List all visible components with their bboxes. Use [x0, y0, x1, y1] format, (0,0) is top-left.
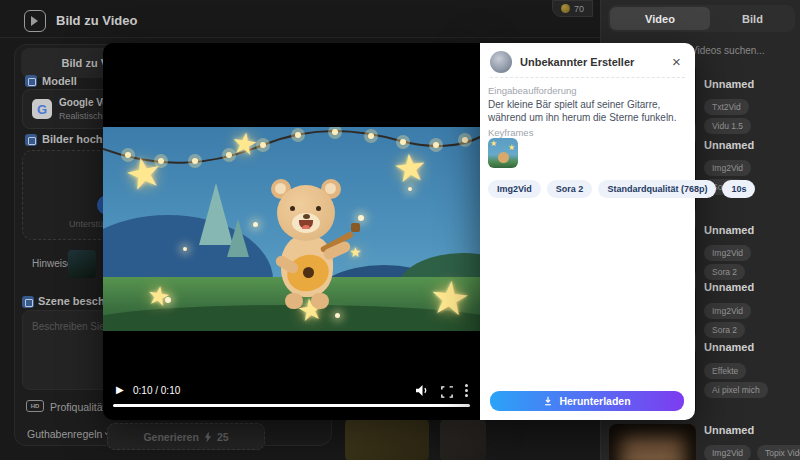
bolt-icon	[204, 431, 212, 443]
volume-button[interactable]	[415, 383, 431, 397]
download-label: Herunterladen	[559, 395, 630, 407]
item-name: Unnamed	[704, 139, 754, 151]
hd-quality-icon: HD	[26, 400, 44, 412]
bear-nose	[303, 214, 310, 219]
tab-video[interactable]: Video	[610, 7, 710, 30]
item-tag: Effekte	[704, 363, 746, 379]
item-tag: Txt2Vid	[704, 99, 749, 115]
video-tags: Img2VidSora 2Standardqualität (768p)10s	[488, 178, 761, 198]
item-tag: Vidu 1.5	[704, 118, 751, 134]
credit-rules-label: Guthabenregeln	[27, 428, 102, 440]
model-section-icon	[25, 75, 37, 87]
item-tags: Img2VidSora 2	[704, 300, 800, 338]
item-tag: Ai pixel mich	[704, 382, 768, 398]
bear-leg	[285, 293, 303, 309]
item-name: Unnamed	[704, 224, 754, 236]
image-to-video-icon	[24, 10, 46, 32]
item-name: Unnamed	[704, 424, 754, 436]
guitar-soundhole	[303, 267, 314, 278]
playback-time: 0:10 / 0:10	[133, 385, 180, 396]
item-tag: Img2Vid	[704, 245, 751, 261]
bear-leg	[311, 293, 329, 309]
close-icon[interactable]: ×	[672, 54, 681, 69]
video-player: ★ ★ ★ ★ ★ ★ ★	[103, 43, 480, 420]
item-tag: Img2Vid	[704, 160, 751, 176]
tag-pill: Sora 2	[547, 180, 593, 198]
tag-pill: Img2Vid	[488, 180, 541, 198]
hints-label: Hinweise	[32, 258, 73, 269]
prompt-text: Der kleine Bär spielt auf seiner Gitarre…	[488, 98, 686, 124]
star-decoration: ★	[121, 150, 167, 199]
sparkle	[165, 297, 171, 303]
upload-section-icon	[25, 134, 37, 146]
item-name: Unnamed	[704, 341, 754, 353]
item-tag: Topix Video 1.0	[757, 445, 800, 460]
download-icon	[543, 396, 553, 406]
item-tags: EffekteAi pixel mich	[704, 360, 800, 398]
item-tag: Img2Vid	[704, 303, 751, 319]
scene-section-icon	[22, 296, 34, 308]
header-divider	[0, 37, 600, 38]
sparkle	[183, 247, 187, 251]
page-title: Bild zu Video	[56, 13, 137, 28]
item-name: Unnamed	[704, 78, 754, 90]
video-detail-panel: Unbekannter Ersteller × Eingabeaufforder…	[480, 43, 695, 420]
more-options-button[interactable]	[464, 382, 468, 398]
keyframe-star: ★	[508, 143, 515, 152]
video-frame[interactable]: ★ ★ ★ ★ ★ ★ ★	[103, 127, 480, 331]
item-tags: Img2VidTopix Video 1.0	[704, 442, 800, 460]
generate-label: Generieren	[143, 431, 198, 443]
prompt-label: Eingabeaufforderung	[488, 85, 577, 96]
hd-icon-label: HD	[31, 403, 40, 409]
sidebar-tabs: Video Bild	[608, 5, 795, 32]
credit-rules-toggle[interactable]: Guthabenregeln	[27, 428, 112, 440]
app-root: Bild zu Video 70 Bild zu Video Modell G …	[0, 0, 800, 460]
item-tags: Txt2VidVidu 1.5	[704, 96, 800, 134]
item-tags: Img2VidSora 2	[704, 242, 800, 280]
star-decoration: ★	[391, 147, 429, 188]
item-tag: Img2Vid	[704, 445, 751, 460]
bear-tongue	[302, 225, 310, 229]
teddy-bear	[253, 179, 363, 319]
item-name: Unnamed	[704, 281, 754, 293]
gallery-thumbnail[interactable]	[345, 417, 429, 460]
hint-thumbnail[interactable]	[68, 250, 96, 278]
progress-bar[interactable]	[113, 404, 470, 407]
keyframe-thumbnail[interactable]: ★ ★	[488, 138, 518, 168]
credits-badge[interactable]: 70	[552, 0, 593, 17]
item-tag: Sora 2	[704, 322, 745, 338]
gallery-thumbnail[interactable]	[440, 417, 486, 460]
credits-count: 70	[574, 4, 584, 14]
keyframes-label: Keyframes	[488, 127, 533, 138]
tab-bild[interactable]: Bild	[710, 13, 795, 25]
bear-eye	[316, 206, 321, 211]
star-decoration: ★	[229, 127, 260, 160]
download-button[interactable]: Herunterladen	[490, 391, 684, 411]
star-decoration: ★	[427, 273, 473, 323]
bear-eye	[290, 206, 295, 211]
model-section-label: Modell	[42, 75, 77, 87]
keyframe-bear	[498, 152, 509, 163]
tag-pill: 10s	[722, 180, 755, 198]
generate-button[interactable]: Generieren 25	[107, 423, 265, 450]
keyframe-star: ★	[490, 139, 497, 148]
tab-video-label: Video	[645, 13, 675, 25]
play-button[interactable]: ▶	[116, 384, 124, 395]
creator-avatar	[490, 51, 512, 73]
google-logo-icon: G	[32, 99, 52, 119]
guitar-headstock	[351, 223, 360, 232]
fullscreen-button[interactable]	[441, 384, 454, 397]
coin-icon	[561, 4, 570, 13]
item-thumbnail[interactable]	[609, 424, 696, 460]
generate-cost: 25	[217, 431, 229, 443]
panel-divider	[490, 77, 685, 78]
tab-bild-label: Bild	[742, 13, 763, 25]
tag-pill: Standardqualität (768p)	[598, 180, 716, 198]
sparkle	[408, 187, 412, 191]
creator-name: Unbekannter Ersteller	[520, 56, 634, 68]
star-decoration: ★	[145, 281, 172, 311]
bear-ear-inner	[275, 183, 286, 194]
item-tag: Sora 2	[704, 264, 745, 280]
